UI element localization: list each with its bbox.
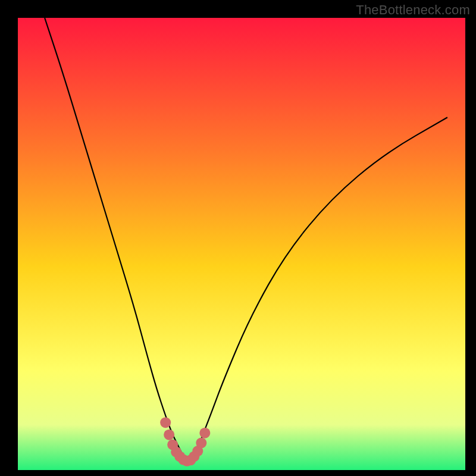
- marker-dot: [196, 437, 206, 448]
- marker-dot: [199, 428, 210, 439]
- plot-background: [18, 18, 465, 470]
- bottleneck-chart: [0, 0, 476, 476]
- marker-dot: [164, 430, 174, 440]
- chart-stage: TheBottleneck.com: [0, 0, 476, 476]
- marker-dot: [160, 417, 171, 428]
- watermark-text: TheBottleneck.com: [356, 2, 470, 18]
